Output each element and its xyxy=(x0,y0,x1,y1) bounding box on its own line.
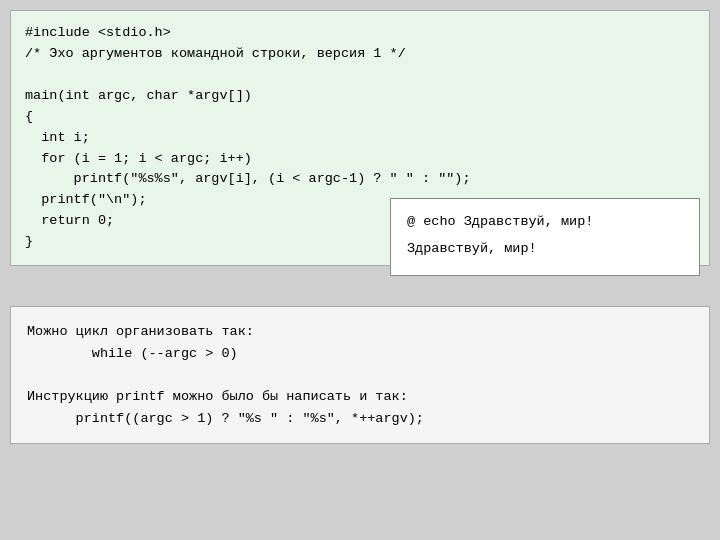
code-line-6: int i; xyxy=(25,130,90,145)
code-line-8: printf("%s%s", argv[i], (i < argc-1) ? "… xyxy=(25,171,471,186)
code-line-9: printf("\n"); xyxy=(25,192,147,207)
code-line-1: #include <stdio.h> xyxy=(25,25,171,40)
code-line-4: main(int argc, char *argv[]) xyxy=(25,88,252,103)
terminal-output: Здравствуй, мир! xyxy=(407,238,683,261)
note-line-1: Можно цикл организовать так: xyxy=(27,324,254,339)
note-line-4: Инструкцию printf можно было бы написать… xyxy=(27,389,408,404)
code-line-5: { xyxy=(25,109,33,124)
code-line-2: /* Эхо аргументов командной строки, верс… xyxy=(25,46,406,61)
terminal-command: @ echo Здравствуй, мир! xyxy=(407,211,683,234)
note-line-2: while (--argc > 0) xyxy=(27,346,238,361)
note-line-5: printf((argc > 1) ? "%s " : "%s", *++arg… xyxy=(27,411,424,426)
note-block: Можно цикл организовать так: while (--ar… xyxy=(10,306,710,444)
code-line-10: return 0; xyxy=(25,213,114,228)
terminal-overlay: @ echo Здравствуй, мир! Здравствуй, мир! xyxy=(390,198,700,276)
code-line-7: for (i = 1; i < argc; i++) xyxy=(25,151,252,166)
code-line-11: } xyxy=(25,234,33,249)
top-section: #include <stdio.h> /* Эхо аргументов ком… xyxy=(10,10,710,266)
